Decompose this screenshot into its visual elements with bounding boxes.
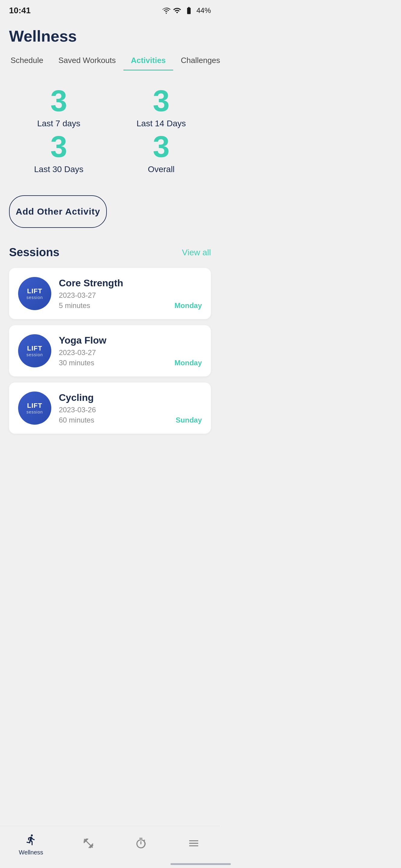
tab-challenges[interactable]: Challenges <box>173 51 220 70</box>
avatar-session-3: session <box>27 410 43 414</box>
stat-last7days-label: Last 7 days <box>37 119 80 128</box>
nav-label-wellness: Wellness <box>19 849 43 856</box>
person-walk-icon <box>24 832 39 847</box>
session-name-1: Core Strength <box>59 278 202 289</box>
session-info-1: Core Strength 2023-03-27 5 minutes Monda… <box>59 278 202 310</box>
wifi-icon <box>162 6 170 15</box>
bottom-navigation: Wellness <box>0 826 220 868</box>
session-avatar-2: LIFT session <box>18 334 51 367</box>
stat-last30days: 3 Last 30 Days <box>9 131 109 174</box>
home-indicator <box>170 863 220 865</box>
session-date-2: 2023-03-27 <box>59 348 202 357</box>
session-name-3: Cycling <box>59 392 202 403</box>
stat-overall-number: 3 <box>153 131 170 161</box>
session-day-1: Monday <box>174 301 202 310</box>
session-duration-3: 60 minutes <box>59 416 94 424</box>
sessions-header: Sessions View all <box>9 246 211 259</box>
stat-last7days-number: 3 <box>50 86 67 116</box>
avatar-session-1: session <box>27 295 43 300</box>
session-info-2: Yoga Flow 2023-03-27 30 minutes Monday <box>59 335 202 367</box>
stats-grid: 3 Last 7 days 3 Last 14 Days 3 Last 30 D… <box>0 70 220 183</box>
session-duration-2: 30 minutes <box>59 359 94 367</box>
battery-icon <box>184 6 194 15</box>
session-footer-2: 30 minutes Monday <box>59 359 202 367</box>
avatar-lift-2: LIFT <box>27 344 42 352</box>
nav-item-timer[interactable] <box>133 836 148 852</box>
nav-item-wellness[interactable]: Wellness <box>19 832 43 856</box>
session-avatar-3: LIFT session <box>18 392 51 425</box>
avatar-lift-3: LIFT <box>27 402 42 410</box>
session-day-2: Monday <box>174 359 202 367</box>
status-icons: 44% <box>162 6 211 15</box>
session-card-yoga-flow[interactable]: LIFT session Yoga Flow 2023-03-27 30 min… <box>9 325 211 376</box>
stat-overall: 3 Overall <box>112 131 211 174</box>
session-info-3: Cycling 2023-03-26 60 minutes Sunday <box>59 392 202 424</box>
nav-item-menu[interactable] <box>186 836 201 852</box>
session-name-2: Yoga Flow <box>59 335 202 346</box>
stat-last30days-label: Last 30 Days <box>34 164 83 174</box>
sessions-title: Sessions <box>9 246 59 259</box>
signal-icon <box>173 6 181 15</box>
session-footer-1: 5 minutes Monday <box>59 301 202 310</box>
session-card-cycling[interactable]: LIFT session Cycling 2023-03-26 60 minut… <box>9 382 211 434</box>
stat-last7days: 3 Last 7 days <box>9 86 109 128</box>
session-day-3: Sunday <box>176 416 202 424</box>
stat-last14days-label: Last 14 Days <box>137 119 186 128</box>
battery-percentage: 44% <box>196 6 211 15</box>
avatar-session-2: session <box>27 352 43 357</box>
session-date-1: 2023-03-27 <box>59 291 202 300</box>
session-footer-3: 60 minutes Sunday <box>59 416 202 424</box>
stat-last14days-number: 3 <box>153 86 170 116</box>
menu-icon <box>186 836 201 851</box>
page-title: Wellness <box>0 21 220 48</box>
status-bar: 10:41 44% <box>0 0 220 21</box>
nav-item-workouts[interactable] <box>81 836 96 852</box>
session-card-core-strength[interactable]: LIFT session Core Strength 2023-03-27 5 … <box>9 268 211 319</box>
stat-last30days-number: 3 <box>50 131 67 161</box>
tab-schedule[interactable]: Schedule <box>3 51 51 70</box>
session-duration-1: 5 minutes <box>59 301 90 310</box>
avatar-lift-1: LIFT <box>27 287 42 295</box>
view-all-link[interactable]: View all <box>182 248 211 257</box>
add-activity-button[interactable]: Add Other Activity <box>9 195 107 228</box>
dumbbell-icon <box>81 836 96 851</box>
stat-last14days: 3 Last 14 Days <box>112 86 211 128</box>
tab-navigation: Schedule Saved Workouts Activities Chall… <box>0 48 220 70</box>
session-date-3: 2023-03-26 <box>59 406 202 414</box>
tab-saved-workouts[interactable]: Saved Workouts <box>51 51 123 70</box>
session-avatar-1: LIFT session <box>18 277 51 310</box>
timer-icon <box>133 836 148 851</box>
sessions-section: Sessions View all LIFT session Core Stre… <box>0 240 220 443</box>
tab-activities[interactable]: Activities <box>123 51 173 70</box>
stat-overall-label: Overall <box>148 164 175 174</box>
status-time: 10:41 <box>9 6 31 16</box>
